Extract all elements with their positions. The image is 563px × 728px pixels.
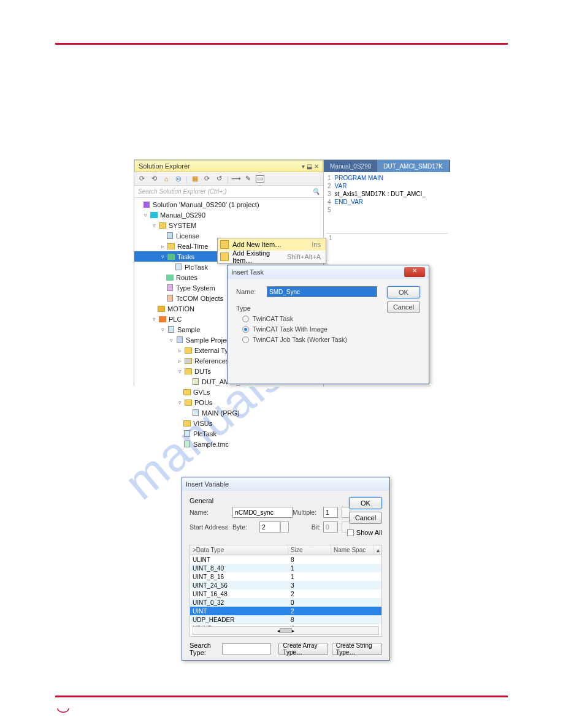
insert-task-dialog: Insert Task ✕ Name: Type TwinCAT Task Tw… [227, 265, 429, 384]
data-type-table[interactable]: >Data TypeSizeName Spac▴ ULINT8 UINT_8_4… [190, 545, 382, 637]
var-cancel-button[interactable]: Cancel [349, 512, 382, 524]
panel-title: Solution Explorer [139, 162, 190, 170]
var-name-label: Name: [190, 509, 232, 516]
start-addr-label: Start Address: [190, 523, 232, 531]
var-name-input[interactable] [232, 507, 293, 518]
insert-var-title: Insert Variable [186, 480, 229, 488]
tb-icon-home[interactable]: ⌂ [161, 174, 171, 184]
tree-project[interactable]: ▿Manual_0S290 [134, 210, 323, 220]
tb-icon-1[interactable]: ⟳ [137, 174, 147, 184]
tree-sample-tmc[interactable]: Sample.tmc [134, 439, 323, 449]
tb-icon-7[interactable]: ↺ [215, 174, 224, 184]
radio-twincat-job-task[interactable]: TwinCAT Job Task (Worker Task) [242, 336, 420, 343]
table-row[interactable]: UDP_HEADER8 [190, 615, 381, 624]
solution-search-box[interactable]: Search Solution Explorer (Ctrl+;) 🔍 [134, 186, 323, 198]
panel-controls[interactable]: ▾ ⬓ ✕ [302, 163, 319, 170]
dialog-titlebar[interactable]: Insert Task ✕ [228, 265, 429, 279]
solution-explorer-titlebar: Solution Explorer ▾ ⬓ ✕ [134, 160, 323, 172]
search-placeholder: Search Solution Explorer (Ctrl+;) [138, 188, 226, 195]
bit-input [323, 521, 338, 533]
multiple-input[interactable] [323, 507, 338, 518]
tree-plctask-2[interactable]: PlcTask [134, 428, 323, 439]
multiple-label: Multiple: [293, 509, 323, 516]
cancel-button[interactable]: Cancel [387, 301, 420, 313]
tree-pous[interactable]: ▿POUs [134, 397, 323, 408]
insert-var-titlebar[interactable]: Insert Variable [182, 477, 389, 491]
table-row[interactable]: UINT_8_161 [190, 572, 381, 581]
radio-twincat-task-image[interactable]: TwinCAT Task With Image [242, 325, 420, 333]
bit-label: Bit: [293, 523, 323, 531]
editor-tabs[interactable]: Manual_0S290 DUT_AMCI_SMD17K [324, 160, 450, 172]
radio-twincat-task[interactable]: TwinCAT Task [242, 315, 420, 322]
table-row-selected[interactable]: UINT2 [190, 607, 381, 615]
table-header[interactable]: >Data TypeSizeName Spac▴ [190, 545, 381, 555]
tree-visus[interactable]: VISUs [134, 418, 323, 428]
horizontal-scrollbar[interactable]: ◂▸ [193, 626, 379, 635]
table-row[interactable]: ULINT8 [190, 555, 381, 564]
byte-spinner[interactable] [280, 521, 289, 533]
tb-icon-10[interactable]: ▭ [256, 175, 264, 183]
editor-tab-1[interactable]: Manual_0S290 [324, 160, 377, 172]
tree-solution-root[interactable]: Solution 'Manual_0S290' (1 project) [134, 199, 323, 210]
table-row[interactable]: UINT_24_563 [190, 581, 381, 590]
byte-label: Byte: [232, 523, 259, 531]
create-array-button[interactable]: Create Array Type… [278, 643, 327, 655]
table-row[interactable]: UINT_0_320 [190, 598, 381, 607]
bottom-rule [55, 696, 508, 697]
scroll-up-icon[interactable]: ▴ [374, 545, 380, 555]
context-menu[interactable]: Add New Item…Ins Add Existing Item…Shift… [217, 238, 326, 264]
show-all-checkbox[interactable]: Show All [347, 529, 382, 536]
table-row[interactable]: UINT_8_401 [190, 564, 381, 572]
search-type-label: Search Type: [190, 642, 218, 656]
cmenu-add-new[interactable]: Add New Item…Ins [218, 238, 326, 251]
editor-body[interactable]: 1PROGRAM MAIN 2VAR 3 st_Axis1_SMD17K : D… [324, 172, 450, 246]
tree-main-prg[interactable]: MAIN (PRG) [134, 408, 323, 418]
top-rule [55, 43, 508, 45]
create-string-button[interactable]: Create String Type… [332, 643, 382, 655]
ok-button[interactable]: OK [387, 286, 420, 298]
tb-icon-8[interactable]: ⟿ [231, 174, 241, 184]
insert-variable-dialog: Insert Variable General Name: Multiple: … [182, 477, 390, 661]
search-type-input[interactable] [222, 643, 271, 654]
dialog-title: Insert Task [231, 268, 264, 276]
tb-icon-2[interactable]: ⟲ [149, 174, 159, 184]
folder-new-icon [220, 240, 229, 249]
page-footer-logo [55, 706, 71, 719]
tb-icon-9[interactable]: ✎ [243, 174, 253, 184]
tb-icon-5[interactable]: ▦ [190, 174, 200, 184]
folder-existing-icon [220, 252, 229, 261]
cmenu-add-existing[interactable]: Add Existing Item…Shift+Alt+A [218, 251, 326, 263]
table-row[interactable]: UINT_16_482 [190, 590, 381, 598]
editor-tab-2[interactable]: DUT_AMCI_SMD17K [377, 160, 449, 172]
byte-input[interactable] [259, 521, 280, 533]
var-ok-button[interactable]: OK [349, 497, 382, 509]
tb-icon-6[interactable]: ⟳ [202, 174, 212, 184]
task-name-input[interactable] [267, 286, 377, 297]
solution-toolbar[interactable]: ⟳ ⟲ ⌂ ◎ | ▦ ⟳ ↺ | ⟿ ✎ ▭ [134, 172, 323, 186]
close-icon[interactable]: ✕ [404, 267, 425, 277]
name-label: Name: [236, 288, 263, 295]
tb-icon-4[interactable]: ◎ [174, 174, 183, 184]
search-icon[interactable]: 🔍 [312, 188, 320, 195]
tree-gvls[interactable]: GVLs [134, 387, 323, 397]
tree-system[interactable]: ▿SYSTEM [134, 220, 323, 230]
